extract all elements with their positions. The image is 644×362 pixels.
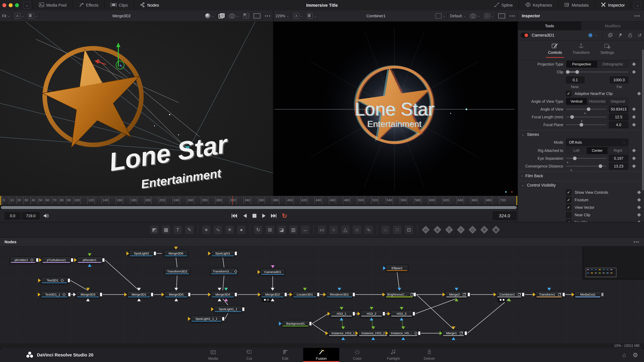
node-input-icon[interactable] [124, 293, 127, 297]
node-output-icon[interactable] [522, 292, 524, 297]
node-input-icon[interactable] [38, 278, 41, 282]
range-end-marker[interactable] [516, 196, 517, 205]
left-viewer-3d-perspective[interactable]: Lone Star Lone Star Entertainment Entert… [0, 21, 273, 196]
node-input-icon[interactable] [455, 288, 458, 291]
node-input-icon[interactable] [328, 312, 330, 316]
stop-button[interactable] [251, 212, 258, 219]
node-Merge3D1[interactable]: Merge3D1 [127, 291, 151, 298]
node-MediaOut1[interactable]: MediaOut1 [574, 291, 601, 298]
keyframe-diamond-icon[interactable] [637, 92, 641, 95]
node-output-icon[interactable] [284, 292, 287, 297]
convergence-input[interactable]: 13.23 [609, 163, 628, 170]
projection-type-segmented[interactable]: PerspectiveOrthographic [566, 61, 628, 68]
node-output-icon[interactable] [562, 292, 565, 297]
right-viewer-output[interactable]: Lone Star Lone Star Lone Star Entertainm… [274, 21, 518, 196]
node-output-icon[interactable] [382, 312, 385, 316]
mask-tool-icon[interactable]: ◪ [278, 225, 286, 234]
pin-icon[interactable] [618, 33, 622, 37]
node-input-icon[interactable] [326, 331, 328, 335]
gear-icon[interactable]: ⚙ [632, 352, 638, 359]
node-input-icon[interactable] [258, 270, 260, 274]
roi-button[interactable] [252, 10, 262, 21]
timeline-scrollbar[interactable] [0, 206, 518, 210]
aov-type-segmented[interactable]: VerticalHorizontalDiagonal [566, 98, 628, 105]
node-input-icon[interactable] [74, 258, 77, 262]
node-input-icon[interactable] [442, 293, 445, 297]
node-input-icon[interactable] [323, 293, 326, 297]
node-input-icon[interactable] [174, 298, 178, 301]
chevron-down-icon[interactable]: ⌄ [595, 34, 597, 37]
play-reverse-button[interactable] [242, 212, 248, 219]
node-input-icon[interactable] [508, 298, 511, 301]
node-input-icon[interactable] [533, 293, 536, 297]
topbar-button-media-pool[interactable]: Media Pool [35, 0, 70, 10]
loop-playback-icon[interactable]: ↻ [281, 212, 288, 219]
node-output-icon[interactable] [188, 292, 191, 297]
prender-tool-icon[interactable]: ∗ [202, 225, 210, 234]
viewer-assign-dots[interactable] [262, 297, 271, 302]
node-HS3_2[interactable]: HS3_2 [360, 310, 383, 317]
node-input-icon[interactable] [358, 312, 360, 316]
focal-length-input[interactable]: 12.5 [609, 114, 628, 120]
node-Transform1[interactable]: Transform1 [536, 291, 563, 298]
node-input-icon[interactable] [224, 298, 228, 301]
tab-tools[interactable]: Tools [518, 21, 581, 30]
keyframe-diamond-icon[interactable] [637, 198, 641, 202]
adaptive-clip-checkbox[interactable]: ✓ [566, 91, 571, 97]
node-output-icon[interactable] [309, 322, 312, 326]
keyframe-diamond-icon[interactable] [637, 213, 641, 217]
page-tab-media[interactable]: Media [195, 348, 231, 362]
node-Text3D1[interactable]: Text3D1 [41, 277, 68, 284]
node-input-icon[interactable] [86, 288, 90, 291]
node-input-icon[interactable] [38, 293, 40, 297]
reset-icon[interactable]: ↺ [638, 33, 642, 38]
goto-end-button[interactable] [270, 212, 277, 219]
play-button[interactable] [260, 212, 268, 219]
spotlight3d-tool-icon[interactable]: ☀ [480, 225, 488, 234]
node-SpotLight1_1[interactable]: SpotLight1_1 [214, 306, 242, 313]
rectangle-mask-tool-icon[interactable]: ▭ [318, 225, 326, 234]
stereo-section-header[interactable]: ⌄Stereo [518, 130, 644, 138]
node-Merge2[interactable]: Merge2 [445, 291, 468, 298]
node-Merge3D3[interactable]: Merge3D3 [76, 291, 100, 298]
node-BrightnessContrast1[interactable]: BrightnessC… [385, 291, 414, 298]
node-input-icon[interactable] [86, 298, 90, 301]
node-output-icon[interactable] [151, 292, 154, 297]
node-input-icon[interactable] [452, 327, 455, 329]
node-graph[interactable]: pEmitter1pTurbulence1pRender1SpotLight2M… [0, 246, 644, 344]
lighting-dropdown[interactable]: ⌄ [203, 10, 216, 21]
node-output-icon[interactable] [601, 292, 604, 297]
page-tab-deliver[interactable]: Deliver [411, 348, 447, 362]
wave-tool-icon[interactable]: ∿ [364, 225, 373, 234]
cube3d-tool-icon[interactable]: ◇ [468, 225, 477, 234]
copy-settings-icon[interactable] [608, 33, 613, 37]
merge3d-tool-icon[interactable]: + [457, 225, 465, 234]
left-viewer-options-menu[interactable]: ••• [263, 10, 273, 21]
quad-view-button[interactable] [241, 10, 251, 21]
fastnoise-tool-icon[interactable]: ▩ [162, 225, 170, 234]
keyframe-diamond-icon[interactable] [632, 107, 636, 111]
colorgain-tool-icon[interactable]: ● [237, 225, 246, 234]
node-Text3D1_1[interactable]: Text3D1_1 [40, 291, 68, 298]
pemitter-tool-icon[interactable]: ∴ [381, 225, 390, 234]
roi-button[interactable] [496, 10, 507, 21]
range-start-marker[interactable] [0, 196, 1, 205]
background-tool-icon[interactable]: ◩ [150, 225, 158, 234]
page-tab-color[interactable]: Color [339, 348, 375, 362]
node-output-icon[interactable] [154, 251, 156, 256]
channel-dropdown[interactable]: A⌄ [12, 10, 26, 21]
keyframe-diamond-icon[interactable] [637, 190, 641, 194]
node-output-icon[interactable] [242, 307, 245, 311]
inspector-scrollbar[interactable] [642, 49, 644, 190]
fit-zoom-dropdown[interactable]: Fit⌄ [0, 10, 12, 21]
page-tab-fairlight[interactable]: Fairlight [375, 348, 411, 362]
node-input-icon[interactable] [218, 288, 221, 291]
node-input-icon[interactable] [174, 247, 178, 250]
node-Merge1[interactable]: Merge1 [442, 330, 465, 337]
guides-dropdown[interactable]: ⌄ [433, 10, 448, 21]
view-mode-dropdown[interactable]: ⌄ [227, 10, 241, 21]
focal-plane-input[interactable]: 4.0 [609, 121, 628, 128]
node-input-icon[interactable] [338, 288, 341, 291]
node-input-icon[interactable] [402, 337, 405, 340]
brightnesscontrast-tool-icon[interactable]: ☀ [226, 225, 234, 234]
